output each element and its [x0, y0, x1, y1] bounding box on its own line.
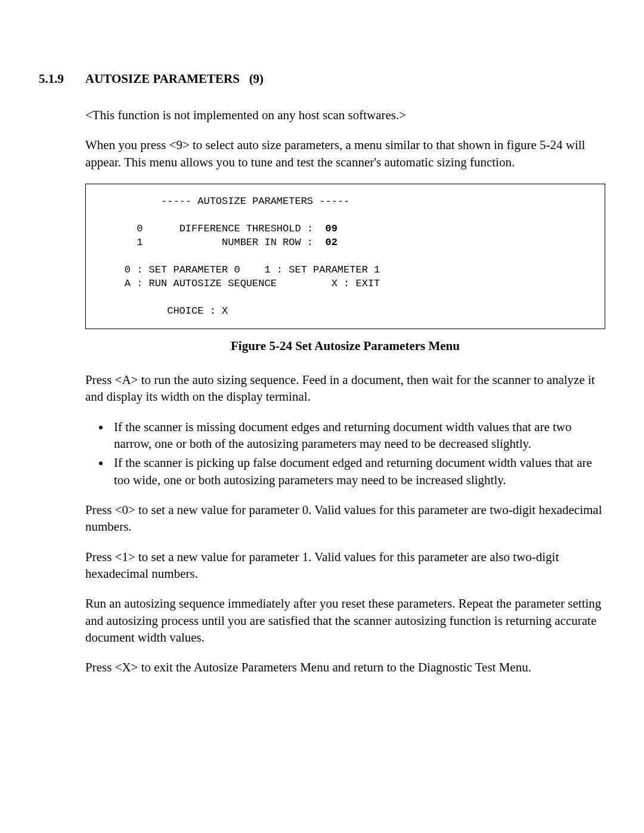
menu-title: ----- AUTOSIZE PARAMETERS ----- [161, 196, 349, 207]
menu-options-line2: A : RUN AUTOSIZE SEQUENCE X : EXIT [125, 278, 380, 289]
intro-paragraph: When you press <9> to select auto size p… [85, 137, 605, 171]
menu-row1-label: NUMBER IN ROW : [222, 237, 313, 248]
menu-options-line1: 0 : SET PARAMETER 0 1 : SET PARAMETER 1 [125, 264, 380, 275]
run-sequence-paragraph: Run an autosizing sequence immediately a… [85, 595, 605, 646]
bullet-list: If the scanner is missing document edges… [85, 419, 605, 488]
page: 5.1.9 AUTOSIZE PARAMETERS (9) <This func… [0, 0, 644, 725]
menu-row0-label: DIFFERENCE THRESHOLD : [179, 223, 313, 234]
figure-caption: Figure 5-24 Set Autosize Parameters Menu [85, 337, 605, 354]
terminal-menu-figure: ----- AUTOSIZE PARAMETERS ----- 0 DIFFER… [85, 184, 605, 329]
menu-row1-index: 1 [137, 237, 143, 248]
press-0-paragraph: Press <0> to set a new value for paramet… [85, 501, 605, 535]
menu-row0-index: 0 [137, 223, 143, 234]
section-title: AUTOSIZE PARAMETERS (9) [85, 72, 264, 86]
menu-choice: CHOICE : X [167, 305, 228, 317]
press-x-paragraph: Press <X> to exit the Autosize Parameter… [85, 659, 605, 676]
press-a-paragraph: Press <A> to run the auto sizing sequenc… [85, 371, 605, 405]
menu-row0-value: 09 [325, 223, 337, 234]
press-1-paragraph: Press <1> to set a new value for paramet… [85, 549, 605, 583]
list-item: If the scanner is picking up false docum… [110, 454, 605, 488]
note-paragraph: <This function is not implemented on any… [85, 107, 605, 123]
section-number: 5.1.9 [39, 72, 85, 86]
section-heading: 5.1.9 AUTOSIZE PARAMETERS (9) [39, 72, 605, 86]
list-item: If the scanner is missing document edges… [110, 419, 605, 453]
menu-row1-value: 02 [325, 237, 337, 248]
body: <This function is not implemented on any… [85, 107, 605, 676]
